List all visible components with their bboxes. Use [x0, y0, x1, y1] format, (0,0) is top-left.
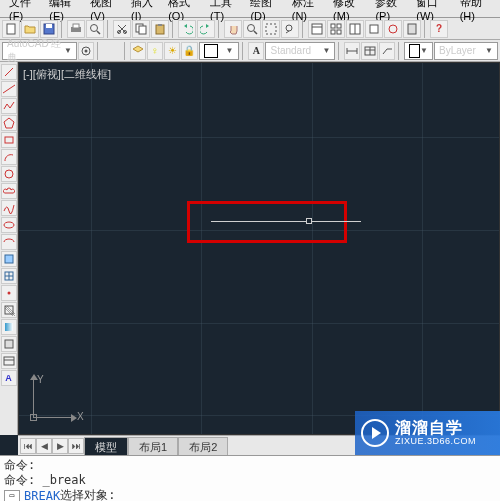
print-button[interactable]: [67, 20, 85, 38]
zoom-button[interactable]: [243, 20, 261, 38]
markup-button[interactable]: [384, 20, 402, 38]
tab-layout1[interactable]: 布局1: [128, 437, 178, 457]
textstyle-button[interactable]: A: [248, 42, 264, 60]
block-insert-icon: [3, 253, 15, 265]
point-tool[interactable]: [1, 285, 17, 301]
tab-first-button[interactable]: ⏮: [20, 438, 36, 454]
block-tool[interactable]: [1, 268, 17, 284]
svg-rect-20: [337, 24, 341, 28]
workspace-combo[interactable]: AutoCAD 经典 ▼: [2, 42, 77, 60]
sheets-icon: [368, 23, 380, 35]
ucs-x-label: X: [77, 411, 84, 422]
zoom-prev-icon: [284, 23, 296, 35]
tab-next-button[interactable]: ▶: [52, 438, 68, 454]
copy-button[interactable]: [132, 20, 150, 38]
gradient-icon: [3, 321, 15, 333]
redo-icon: [200, 23, 212, 35]
circle-tool[interactable]: [1, 166, 17, 182]
command-input-icon: ▭: [4, 490, 20, 502]
line-entity[interactable]: [211, 221, 361, 222]
drawing-area[interactable]: [-][俯视][二维线框] Y X: [18, 62, 500, 435]
ellipsearc-icon: [3, 236, 15, 248]
calculator-icon: [406, 23, 418, 35]
svg-point-40: [4, 222, 14, 228]
command-name: BREAK: [24, 489, 60, 502]
svg-rect-17: [312, 24, 322, 34]
text-icon: A: [5, 373, 12, 383]
markup-icon: [387, 23, 399, 35]
viewport-label[interactable]: [-][俯视][二维线框]: [23, 67, 111, 82]
textstyle-label: Standard: [270, 45, 311, 56]
tab-prev-button[interactable]: ◀: [36, 438, 52, 454]
tab-layout2[interactable]: 布局2: [178, 437, 228, 457]
dimstyle-button[interactable]: [344, 42, 360, 60]
polygon-tool[interactable]: [1, 115, 17, 131]
sheetset-button[interactable]: [365, 20, 383, 38]
properties-icon: [311, 23, 323, 35]
workspace-settings-button[interactable]: [78, 42, 94, 60]
menu-help[interactable]: 帮助(H): [455, 0, 496, 22]
redo-button[interactable]: [197, 20, 215, 38]
layer-iso-button[interactable]: ♀: [147, 42, 163, 60]
zoom-window-button[interactable]: [262, 20, 280, 38]
midpoint-grip[interactable]: [306, 218, 312, 224]
paste-button[interactable]: [151, 20, 169, 38]
mtext-tool[interactable]: A: [1, 370, 17, 386]
command-line[interactable]: 命令: 命令: _break ▭ BREAK 选择对象:: [0, 455, 500, 501]
spline-tool[interactable]: [1, 200, 17, 216]
cut-button[interactable]: [113, 20, 131, 38]
layer-combo[interactable]: ▼: [199, 42, 239, 60]
command-prompt[interactable]: ▭ BREAK 选择对象:: [4, 488, 496, 501]
ellipse-tool[interactable]: [1, 217, 17, 233]
linetype-combo[interactable]: ByLayer ▼: [434, 42, 498, 60]
ellipsearc-tool[interactable]: [1, 234, 17, 250]
textstyle-combo[interactable]: Standard ▼: [265, 42, 335, 60]
file-icon: [5, 23, 17, 35]
insert-tool[interactable]: [1, 251, 17, 267]
workspace-label: AutoCAD 经典: [7, 37, 64, 65]
standard-toolbar: ?: [0, 18, 500, 40]
ucs-icon: Y X: [27, 374, 77, 424]
properties-button[interactable]: [308, 20, 326, 38]
rectangle-tool[interactable]: [1, 132, 17, 148]
arc-tool[interactable]: [1, 149, 17, 165]
line-tool[interactable]: [1, 64, 17, 80]
table-tool-icon: [3, 355, 15, 367]
mleaderstyle-button[interactable]: [379, 42, 395, 60]
menu-bar: 文件(F) 编辑(E) 视图(V) 插入(I) 格式(O) 工具(T) 绘图(D…: [0, 0, 500, 18]
hatch-tool[interactable]: [1, 302, 17, 318]
save-button[interactable]: [40, 20, 58, 38]
help-button[interactable]: ?: [430, 20, 448, 38]
pan-button[interactable]: [224, 20, 242, 38]
grid-icon: [330, 23, 342, 35]
toolpalette-button[interactable]: [346, 20, 364, 38]
svg-rect-45: [5, 323, 13, 331]
leader-icon: [381, 45, 393, 57]
xline-tool[interactable]: [1, 81, 17, 97]
command-history-2: 命令: _break: [4, 473, 496, 488]
layer-state-button[interactable]: [130, 42, 146, 60]
open-button[interactable]: [21, 20, 39, 38]
designcenter-button[interactable]: [327, 20, 345, 38]
tab-model[interactable]: 模型: [84, 437, 128, 457]
preview-button[interactable]: [86, 20, 104, 38]
calc-button[interactable]: [403, 20, 421, 38]
color-combo[interactable]: ▼: [404, 42, 433, 60]
zoom-prev-button[interactable]: [281, 20, 299, 38]
layer-freeze-button[interactable]: ☀: [164, 42, 180, 60]
tablestyle-button[interactable]: [361, 42, 377, 60]
pline-tool[interactable]: [1, 98, 17, 114]
region-tool[interactable]: [1, 336, 17, 352]
undo-button[interactable]: [178, 20, 196, 38]
svg-rect-25: [370, 25, 378, 33]
table-tool[interactable]: [1, 353, 17, 369]
revcloud-tool[interactable]: [1, 183, 17, 199]
layer-lock-button[interactable]: 🔒: [181, 42, 197, 60]
gradient-tool[interactable]: [1, 319, 17, 335]
clipboard-icon: [154, 23, 166, 35]
polyline-icon: [3, 100, 15, 112]
svg-rect-47: [4, 357, 14, 365]
new-button[interactable]: [2, 20, 20, 38]
tab-last-button[interactable]: ⏭: [68, 438, 84, 454]
svg-rect-21: [331, 30, 335, 34]
